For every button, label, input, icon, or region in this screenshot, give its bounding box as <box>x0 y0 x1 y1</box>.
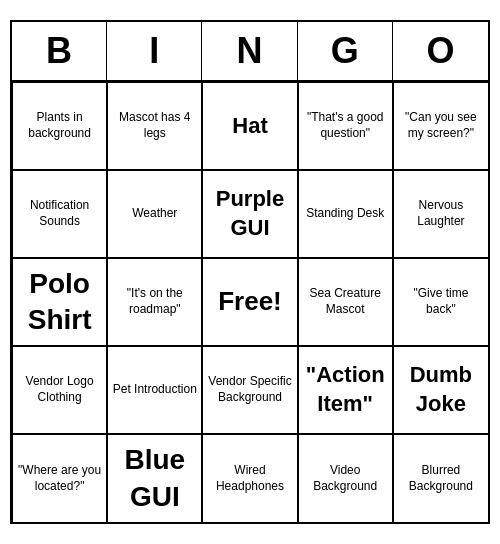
bingo-cell-5: Notification Sounds <box>12 170 107 258</box>
header-letter-g: G <box>298 22 393 80</box>
bingo-cell-18: "Action Item" <box>298 346 393 434</box>
bingo-header: BINGO <box>12 22 488 82</box>
bingo-cell-12: Free! <box>202 258 297 346</box>
header-letter-o: O <box>393 22 488 80</box>
bingo-cell-4: "Can you see my screen?" <box>393 82 488 170</box>
bingo-cell-20: "Where are you located?" <box>12 434 107 522</box>
bingo-cell-1: Mascot has 4 legs <box>107 82 202 170</box>
header-letter-i: I <box>107 22 202 80</box>
bingo-card: BINGO Plants in backgroundMascot has 4 l… <box>10 20 490 524</box>
bingo-cell-17: Vendor Specific Background <box>202 346 297 434</box>
bingo-cell-3: "That's a good question" <box>298 82 393 170</box>
header-letter-b: B <box>12 22 107 80</box>
bingo-cell-6: Weather <box>107 170 202 258</box>
bingo-cell-23: Video Background <box>298 434 393 522</box>
bingo-cell-0: Plants in background <box>12 82 107 170</box>
bingo-cell-22: Wired Headphones <box>202 434 297 522</box>
bingo-cell-21: Blue GUI <box>107 434 202 522</box>
bingo-cell-9: Nervous Laughter <box>393 170 488 258</box>
bingo-grid: Plants in backgroundMascot has 4 legsHat… <box>12 82 488 522</box>
bingo-cell-7: Purple GUI <box>202 170 297 258</box>
bingo-cell-15: Vendor Logo Clothing <box>12 346 107 434</box>
bingo-cell-8: Standing Desk <box>298 170 393 258</box>
bingo-cell-13: Sea Creature Mascot <box>298 258 393 346</box>
bingo-cell-19: Dumb Joke <box>393 346 488 434</box>
bingo-cell-2: Hat <box>202 82 297 170</box>
header-letter-n: N <box>202 22 297 80</box>
bingo-cell-11: "It's on the roadmap" <box>107 258 202 346</box>
bingo-cell-10: Polo Shirt <box>12 258 107 346</box>
bingo-cell-16: Pet Introduction <box>107 346 202 434</box>
bingo-cell-14: "Give time back" <box>393 258 488 346</box>
bingo-cell-24: Blurred Background <box>393 434 488 522</box>
